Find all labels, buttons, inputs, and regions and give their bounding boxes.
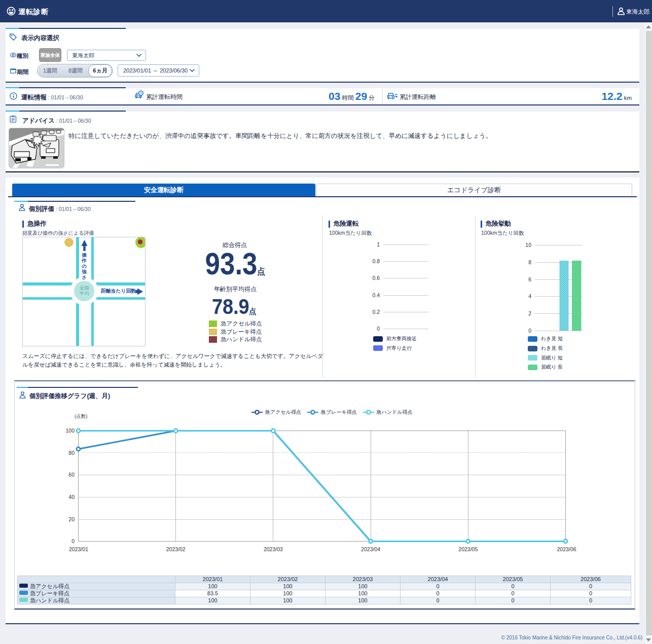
svg-text:作: 作	[81, 258, 87, 263]
svg-text:10: 10	[525, 242, 531, 248]
svg-text:80: 80	[68, 450, 75, 456]
svg-text:平均: 平均	[80, 291, 89, 296]
svg-text:0.4: 0.4	[372, 292, 380, 298]
svg-text:全国: 全国	[80, 285, 89, 291]
svg-text:強: 強	[81, 269, 87, 274]
svg-text:2023/01: 2023/01	[69, 546, 88, 552]
svg-text:の: の	[82, 263, 87, 269]
svg-text:1: 1	[377, 241, 380, 247]
svg-text:2023/05: 2023/05	[458, 546, 478, 552]
svg-text:0: 0	[71, 538, 75, 544]
svg-text:6: 6	[528, 276, 531, 282]
svg-text:0.6: 0.6	[372, 275, 380, 281]
svg-text:0.8: 0.8	[372, 258, 380, 264]
svg-text:操: 操	[81, 252, 87, 258]
svg-text:0: 0	[377, 326, 380, 332]
svg-text:20: 20	[68, 516, 75, 522]
svg-text:0: 0	[528, 328, 531, 334]
svg-text:0.2: 0.2	[372, 309, 380, 315]
svg-text:2023/06: 2023/06	[557, 546, 576, 552]
svg-text:40: 40	[68, 494, 75, 500]
svg-text:2023/03: 2023/03	[264, 546, 283, 552]
svg-text:距離当たり回数: 距離当たり回数	[101, 288, 136, 294]
svg-text:60: 60	[68, 472, 75, 478]
svg-text:2023/04: 2023/04	[361, 546, 380, 552]
svg-text:8: 8	[528, 259, 531, 265]
svg-text:2023/02: 2023/02	[166, 546, 186, 552]
svg-text:100: 100	[65, 427, 75, 434]
svg-text:さ: さ	[82, 274, 87, 280]
svg-text:2: 2	[528, 310, 531, 316]
svg-text:4: 4	[528, 293, 531, 299]
